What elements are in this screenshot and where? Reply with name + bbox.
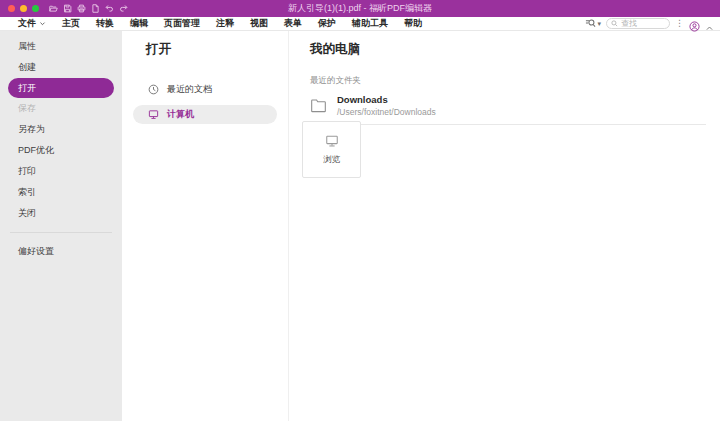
search-input[interactable] <box>621 19 665 28</box>
open-item-computer[interactable]: 计算机 <box>133 105 277 124</box>
sidebar-item-create[interactable]: 创建 <box>0 57 122 78</box>
search-icon <box>611 20 618 27</box>
collapse-toolbar-icon[interactable] <box>705 19 714 28</box>
menu-convert[interactable]: 转换 <box>88 17 122 31</box>
account-icon[interactable] <box>689 18 700 29</box>
menu-protect[interactable]: 保护 <box>310 17 344 31</box>
save-icon[interactable] <box>63 4 72 13</box>
window-titlebar: 新人引导(1)(1).pdf - 福昕PDF编辑器 <box>0 0 720 17</box>
undo-icon[interactable] <box>105 4 114 13</box>
redo-icon[interactable] <box>119 4 128 13</box>
menu-bar: 文件 主页 转换 编辑 页面管理 注释 视图 表单 保护 辅助工具 帮助 ▾ ⋮ <box>0 17 720 31</box>
sidebar-divider <box>10 232 112 233</box>
sidebar-item-save: 保存 <box>0 98 122 119</box>
zoom-window-button[interactable] <box>32 5 39 12</box>
close-window-button[interactable] <box>8 5 15 12</box>
clock-icon <box>148 84 159 95</box>
file-menu-sidebar: 属性 创建 打开 保存 另存为 PDF优化 打印 索引 关闭 偏好设置 <box>0 31 122 421</box>
menu-file[interactable]: 文件 <box>10 17 54 31</box>
sidebar-item-print[interactable]: 打印 <box>0 161 122 182</box>
menu-page-manage[interactable]: 页面管理 <box>156 17 208 31</box>
open-panel: 打开 最近的文档 计算机 <box>122 31 289 421</box>
sidebar-item-open[interactable]: 打开 <box>8 78 114 98</box>
more-options-icon[interactable]: ⋮ <box>675 19 684 28</box>
folder-name: Downloads <box>337 94 436 105</box>
create-document-icon[interactable] <box>91 4 100 13</box>
recent-folder-downloads[interactable]: Downloads /Users/foxitnet/Downloads <box>310 94 706 125</box>
sidebar-item-save-as[interactable]: 另存为 <box>0 119 122 140</box>
sidebar-item-index[interactable]: 索引 <box>0 182 122 203</box>
sidebar-item-properties[interactable]: 属性 <box>0 36 122 57</box>
traffic-lights <box>8 5 39 12</box>
open-folder-icon[interactable] <box>49 4 58 13</box>
open-item-label: 计算机 <box>167 108 194 121</box>
folder-icon <box>310 98 327 113</box>
menu-form[interactable]: 表单 <box>276 17 310 31</box>
open-item-recent-documents[interactable]: 最近的文档 <box>133 80 277 99</box>
sidebar-item-pdf-optimize[interactable]: PDF优化 <box>0 140 122 161</box>
chevron-down-icon <box>39 20 46 27</box>
menu-home[interactable]: 主页 <box>54 17 88 31</box>
folder-path: /Users/foxitnet/Downloads <box>337 107 436 117</box>
browse-label: 浏览 <box>323 154 340 166</box>
chevron-down-icon: ▾ <box>597 20 601 27</box>
print-icon[interactable] <box>77 4 86 13</box>
computer-icon <box>148 109 159 120</box>
search-box[interactable] <box>606 18 670 29</box>
menu-accessibility[interactable]: 辅助工具 <box>344 17 396 31</box>
menu-edit[interactable]: 编辑 <box>122 17 156 31</box>
minimize-window-button[interactable] <box>20 5 27 12</box>
browse-button[interactable]: 浏览 <box>302 121 361 178</box>
computer-panel-title: 我的电脑 <box>310 41 720 58</box>
open-panel-title: 打开 <box>146 41 288 58</box>
sidebar-item-close[interactable]: 关闭 <box>0 203 122 224</box>
recent-folders-label: 最近的文件夹 <box>310 75 720 87</box>
find-replace-icon[interactable]: ▾ <box>585 18 601 29</box>
sidebar-item-preferences[interactable]: 偏好设置 <box>0 241 122 262</box>
menu-help[interactable]: 帮助 <box>396 17 430 31</box>
computer-panel: 我的电脑 最近的文件夹 Downloads /Users/foxitnet/Do… <box>290 31 720 421</box>
menu-comment[interactable]: 注释 <box>208 17 242 31</box>
open-item-label: 最近的文档 <box>167 83 212 96</box>
computer-icon <box>324 134 340 148</box>
menu-view[interactable]: 视图 <box>242 17 276 31</box>
